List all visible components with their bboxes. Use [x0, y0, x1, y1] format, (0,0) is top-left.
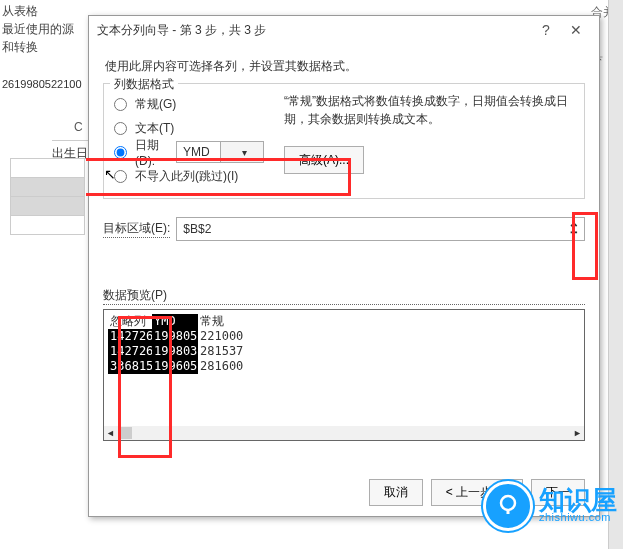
preview-scrollbar[interactable]: ◄ ►: [104, 426, 584, 440]
radio-date[interactable]: 日期(D): YMD ▾: [114, 140, 264, 164]
ribbon-item[interactable]: 最近使用的源: [0, 20, 85, 38]
column-header-c[interactable]: C: [74, 120, 83, 134]
radio-skip[interactable]: 不导入此列(跳过)(I): [114, 164, 264, 188]
radio-general[interactable]: 常规(G): [114, 92, 264, 116]
dialog-title: 文本分列向导 - 第 3 步，共 3 步: [97, 16, 531, 44]
preview-label: 数据预览(P): [103, 287, 585, 305]
fieldset-legend: 列数据格式: [110, 76, 178, 93]
range-picker-icon[interactable]: ↥: [568, 220, 580, 236]
format-help-line1: “常规”数据格式将数值转换成数字，日期值会转换成日: [284, 92, 574, 110]
target-label: 目标区域(E):: [103, 220, 170, 238]
date-format-combo[interactable]: YMD ▾: [176, 141, 264, 163]
svg-rect-1: [507, 509, 510, 514]
formula-bar-value: 2619980522100: [2, 78, 82, 90]
ribbon-item[interactable]: 和转换: [0, 38, 85, 56]
text-to-columns-dialog: 文本分列向导 - 第 3 步，共 3 步 ? ✕ 使用此屏内容可选择各列，并设置…: [88, 15, 600, 517]
preview-header-date: YMD: [152, 314, 198, 329]
format-help-line2: 期，其余数据则转换成文本。: [284, 110, 574, 128]
advanced-button[interactable]: 高级(A)...: [284, 146, 364, 174]
help-button[interactable]: ?: [531, 16, 561, 44]
preview-header-general: 常规: [198, 314, 242, 329]
preview-header-skip: 忽略列: [108, 314, 152, 329]
cell-range[interactable]: [10, 158, 85, 235]
watermark-icon: [483, 481, 533, 531]
cancel-button[interactable]: 取消: [369, 479, 423, 506]
preview-row: 142726 199803 281537: [108, 344, 580, 359]
doc-panel-right: [608, 0, 623, 549]
preview-row: 142726 199805 221000: [108, 329, 580, 344]
data-preview-box[interactable]: 忽略列 YMD 常规 142726 199805 221000 142726 1…: [103, 309, 585, 441]
watermark-name: 知识屋: [539, 489, 617, 511]
scroll-left-icon[interactable]: ◄: [106, 428, 115, 438]
chevron-down-icon[interactable]: ▾: [220, 142, 264, 162]
close-button[interactable]: ✕: [561, 16, 591, 44]
column-format-fieldset: 列数据格式 常规(G) 文本(T) 日期(D): YMD ▾ 不导入此列(跳过)…: [103, 83, 585, 199]
svg-point-0: [501, 496, 515, 510]
target-range-input[interactable]: $B$2 ↥: [176, 217, 585, 241]
watermark: 知识屋 zhishiwu.com: [483, 481, 617, 531]
preview-row: 336815 199605 281600: [108, 359, 580, 374]
watermark-url: zhishiwu.com: [539, 511, 617, 523]
ribbon-item[interactable]: 从表格: [0, 2, 85, 20]
scroll-right-icon[interactable]: ►: [573, 428, 582, 438]
scroll-thumb[interactable]: [120, 427, 132, 439]
